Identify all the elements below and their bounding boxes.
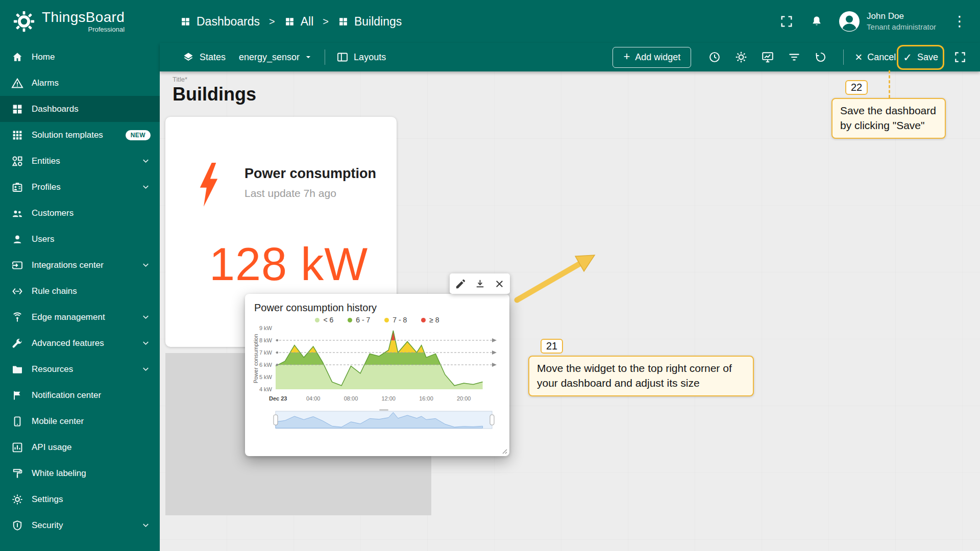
sidebar-item-dashboards[interactable]: Dashboards bbox=[0, 96, 160, 122]
sidebar-item-label: Home bbox=[32, 52, 55, 62]
layouts-button[interactable]: Layouts bbox=[334, 48, 388, 66]
close-widget-button[interactable] bbox=[494, 278, 505, 290]
sidebar-item-label: Edge management bbox=[32, 312, 105, 322]
user-info[interactable]: John Doe Tenant administrator bbox=[867, 11, 936, 32]
sidebar-item-label: Notification center bbox=[32, 390, 101, 400]
sidebar-item-white-labeling[interactable]: White labeling bbox=[0, 460, 160, 486]
resize-grip-icon[interactable] bbox=[500, 447, 507, 454]
sidebar-item-integrations-center[interactable]: Integrations center bbox=[0, 252, 160, 278]
step-21-badge: 21 bbox=[541, 339, 563, 354]
sidebar-item-advanced-features[interactable]: Advanced features bbox=[0, 330, 160, 356]
states-button[interactable]: States bbox=[180, 48, 228, 66]
breadcrumb-dashboards[interactable]: Dashboards bbox=[180, 15, 260, 29]
legend-item[interactable]: 7 - 8 bbox=[384, 316, 407, 324]
breadcrumb-label: Dashboards bbox=[197, 15, 260, 29]
user-name: John Doe bbox=[867, 11, 936, 22]
fullscreen-button[interactable] bbox=[779, 14, 794, 29]
svg-text:20:00: 20:00 bbox=[457, 395, 471, 402]
breadcrumb-all[interactable]: All bbox=[284, 15, 314, 29]
svg-text:9 kW: 9 kW bbox=[259, 325, 273, 331]
notifications-bell-button[interactable] bbox=[810, 15, 823, 28]
legend-label: 6 - 7 bbox=[356, 316, 370, 324]
settings-icon bbox=[11, 493, 23, 506]
logo-subtitle: Professional bbox=[88, 26, 125, 33]
timewindow-clock-button[interactable] bbox=[708, 51, 721, 64]
sidebar-item-resources[interactable]: Resources bbox=[0, 356, 160, 382]
fullscreen-toggle-button[interactable] bbox=[953, 51, 967, 64]
solution-icon bbox=[11, 129, 23, 141]
state-value: energy_sensor bbox=[239, 52, 300, 63]
sidebar-item-alarms[interactable]: Alarms bbox=[0, 70, 160, 96]
tutorial-arrow bbox=[513, 251, 600, 305]
chevron-down-icon bbox=[141, 182, 151, 192]
chevron-down-icon bbox=[141, 156, 151, 166]
avatar[interactable] bbox=[839, 11, 860, 32]
more-menu-button[interactable]: ⋮ bbox=[952, 14, 967, 29]
history-brush-slider[interactable] bbox=[252, 408, 502, 432]
svg-text:08:00: 08:00 bbox=[344, 395, 358, 402]
svg-text:04:00: 04:00 bbox=[306, 395, 321, 402]
advanced-icon bbox=[11, 337, 23, 349]
sidebar-item-mobile-center[interactable]: Mobile center bbox=[0, 408, 160, 434]
breadcrumb-separator: > bbox=[269, 16, 275, 28]
entity-aliases-monitor-button[interactable] bbox=[761, 51, 774, 64]
sidebar-item-api-usage[interactable]: API usage bbox=[0, 434, 160, 460]
thingsboard-logo-icon bbox=[12, 10, 36, 33]
sidebar-item-settings[interactable]: Settings bbox=[0, 486, 160, 512]
sidebar-item-rule-chains[interactable]: Rule chains bbox=[0, 278, 160, 304]
rulechains-icon bbox=[11, 285, 23, 297]
svg-text:4 kW: 4 kW bbox=[259, 386, 273, 392]
entities-icon bbox=[11, 155, 23, 167]
logo-title: ThingsBoard bbox=[42, 10, 125, 24]
svg-text:7 kW: 7 kW bbox=[259, 349, 273, 356]
states-layers-icon bbox=[182, 51, 194, 63]
svg-text:16:00: 16:00 bbox=[419, 395, 433, 402]
cancel-button[interactable]: × Cancel bbox=[853, 48, 898, 66]
download-widget-button[interactable] bbox=[474, 278, 486, 290]
chevron-down-icon bbox=[141, 260, 151, 270]
layouts-label: Layouts bbox=[354, 52, 386, 63]
add-widget-label: Add widget bbox=[635, 52, 680, 63]
breadcrumb-buildings[interactable]: Buildings bbox=[338, 15, 402, 29]
legend-dot bbox=[315, 318, 320, 322]
sidebar-item-users[interactable]: Users bbox=[0, 226, 160, 252]
sidebar-item-label: Settings bbox=[32, 494, 63, 505]
users-icon bbox=[11, 233, 23, 245]
dashboard-settings-gear-button[interactable] bbox=[734, 51, 748, 64]
breadcrumb-label: All bbox=[301, 15, 314, 29]
user-role: Tenant administrator bbox=[867, 22, 936, 32]
legend-item[interactable]: < 6 bbox=[315, 316, 333, 324]
paint-icon bbox=[11, 467, 23, 480]
svg-text:Power consumption: Power consumption bbox=[253, 334, 259, 384]
thingsboard-logo[interactable]: ThingsBoard Professional bbox=[12, 10, 160, 33]
legend-item[interactable]: 6 - 7 bbox=[348, 316, 370, 324]
sidebar-item-home[interactable]: Home bbox=[0, 44, 160, 70]
sidebar-item-label: Customers bbox=[32, 208, 74, 218]
sidebar-item-customers[interactable]: Customers bbox=[0, 200, 160, 226]
svg-text:6 kW: 6 kW bbox=[259, 362, 273, 368]
customers-icon bbox=[11, 207, 23, 219]
chevron-down-icon bbox=[303, 52, 313, 62]
sidebar-item-profiles[interactable]: Profiles bbox=[0, 174, 160, 200]
sidebar-item-edge-management[interactable]: Edge management bbox=[0, 304, 160, 330]
widget-title: Power consumption history bbox=[254, 302, 502, 314]
sidebar-item-security[interactable]: Security bbox=[0, 512, 160, 538]
sidebar-item-entities[interactable]: Entities bbox=[0, 148, 160, 174]
sidebar-item-solution-templates[interactable]: Solution templatesNEW bbox=[0, 122, 160, 148]
save-button[interactable]: ✓ Save bbox=[901, 49, 940, 66]
add-widget-button[interactable]: + Add widget bbox=[612, 47, 691, 68]
legend-item[interactable]: ≥ 8 bbox=[421, 316, 439, 324]
mobile-icon bbox=[11, 415, 23, 428]
dashboards-grid-icon bbox=[338, 16, 349, 27]
edit-widget-button[interactable] bbox=[455, 278, 467, 290]
chevron-down-icon bbox=[141, 520, 151, 530]
cancel-label: Cancel bbox=[867, 52, 896, 63]
sidebar-item-notification-center[interactable]: Notification center bbox=[0, 382, 160, 408]
version-history-button[interactable] bbox=[814, 51, 827, 64]
state-select[interactable]: energy_sensor bbox=[237, 49, 315, 66]
power-history-chart: 9 kW8 kW7 kW6 kW5 kW4 kWDec 2304:0008:00… bbox=[252, 324, 502, 408]
filters-button[interactable] bbox=[788, 51, 801, 64]
power-history-widget[interactable]: Power consumption history < 66 - 77 - 8≥… bbox=[245, 294, 509, 456]
edge-icon bbox=[11, 311, 23, 323]
dashboard-title[interactable]: Buildings bbox=[173, 84, 256, 105]
